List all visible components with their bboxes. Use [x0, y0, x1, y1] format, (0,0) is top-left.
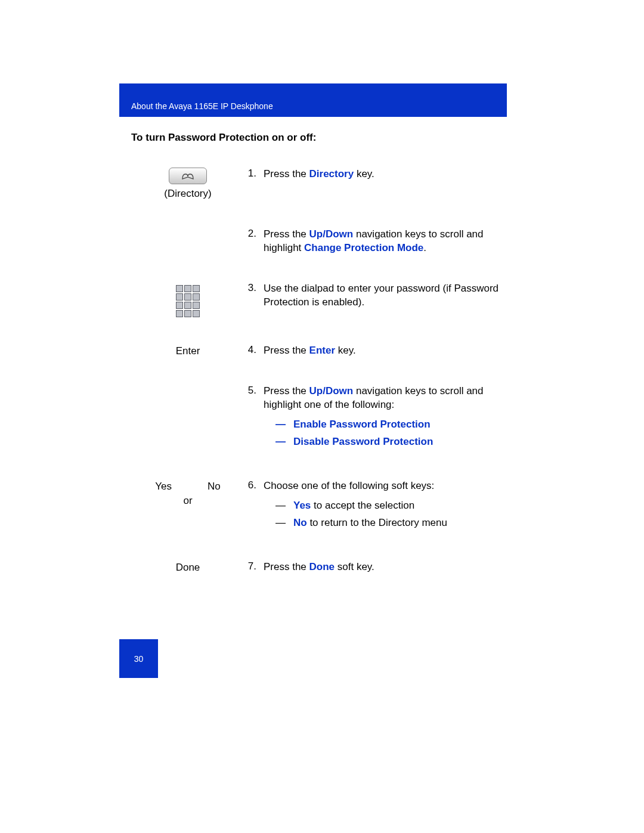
- directory-label: (Directory): [143, 187, 233, 201]
- step-figure: (Directory): [143, 168, 233, 201]
- step-text: Press the Up/Down navigation keys to scr…: [264, 385, 507, 453]
- step-row: Yes No or 6. Choose one of the following…: [143, 479, 507, 534]
- step-figure: Yes No or: [143, 479, 233, 508]
- yes-label: Yes: [155, 479, 172, 494]
- enter-label: Enter: [143, 344, 233, 358]
- steps-list: (Directory) 1. Press the Directory key. …: [143, 168, 507, 575]
- step-number: 3.: [233, 282, 264, 294]
- step-figure: Done: [143, 561, 233, 575]
- step-number: 1.: [233, 168, 264, 179]
- sub-list: — Enable Password Protection — Disable P…: [264, 418, 507, 449]
- step-number: 2.: [233, 228, 264, 240]
- step-row: 2. Press the Up/Down navigation keys to …: [143, 228, 507, 255]
- step-number: 6.: [233, 479, 264, 491]
- step-number: 5.: [233, 385, 264, 397]
- step-text: Press the Enter key.: [264, 344, 507, 358]
- step-row: 3. Use the dialpad to enter your passwor…: [143, 282, 507, 317]
- section-title: To turn Password Protection on or off:: [131, 132, 507, 144]
- step-text: Choose one of the following soft keys: —…: [264, 479, 507, 534]
- directory-key-icon: [169, 168, 207, 184]
- step-row: (Directory) 1. Press the Directory key.: [143, 168, 507, 201]
- no-label: No: [208, 479, 221, 494]
- step-figure: Enter: [143, 344, 233, 358]
- step-text: Press the Done soft key.: [264, 561, 507, 574]
- page-header: About the Avaya 1165E IP Deskphone: [119, 83, 507, 117]
- dialpad-icon: [176, 285, 200, 317]
- sub-list: — Yes to accept the selection — No to re…: [264, 499, 507, 530]
- document-page: About the Avaya 1165E IP Deskphone To tu…: [0, 0, 644, 833]
- sub-item: — Disable Password Protection: [275, 435, 507, 449]
- step-row: Enter 4. Press the Enter key.: [143, 344, 507, 358]
- step-number: 4.: [233, 344, 264, 356]
- step-figure: [143, 282, 233, 317]
- or-label: or: [183, 494, 192, 508]
- sub-item: — Enable Password Protection: [275, 418, 507, 432]
- header-text: About the Avaya 1165E IP Deskphone: [131, 101, 273, 111]
- step-text: Press the Up/Down navigation keys to scr…: [264, 228, 507, 255]
- step-text: Use the dialpad to enter your password (…: [264, 282, 507, 309]
- step-row: Done 7. Press the Done soft key.: [143, 561, 507, 575]
- step-number: 7.: [233, 561, 264, 572]
- keyword-directory: Directory: [309, 168, 354, 179]
- page-number: 30: [119, 639, 158, 678]
- step-row: 5. Press the Up/Down navigation keys to …: [143, 385, 507, 453]
- done-label: Done: [143, 561, 233, 575]
- sub-item: — Yes to accept the selection: [275, 499, 507, 513]
- sub-item: — No to return to the Directory menu: [275, 516, 507, 530]
- step-text: Press the Directory key.: [264, 168, 507, 181]
